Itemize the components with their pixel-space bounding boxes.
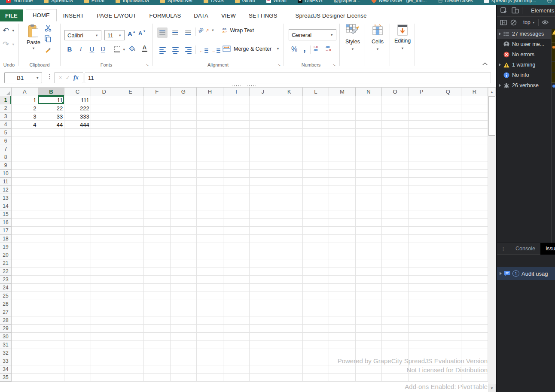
cell-I2[interactable] — [223, 104, 250, 112]
cell-N6[interactable] — [356, 137, 382, 145]
confirm-entry-icon[interactable]: ✓ — [66, 75, 70, 81]
cell-J29[interactable] — [250, 325, 276, 333]
cell-R22[interactable] — [461, 267, 488, 276]
scroll-down-button[interactable]: ▼ — [488, 384, 496, 392]
cell-I17[interactable] — [223, 227, 250, 235]
cell-M13[interactable] — [329, 194, 356, 202]
cell-G12[interactable] — [171, 186, 197, 194]
cell-E31[interactable] — [117, 341, 144, 349]
cell-M4[interactable] — [329, 121, 356, 129]
cell-D18[interactable] — [91, 235, 118, 243]
cell-N23[interactable] — [356, 276, 382, 284]
cell-G6[interactable] — [171, 137, 197, 145]
insert-function-icon[interactable]: fx — [73, 74, 79, 81]
column-header-Q[interactable]: Q — [435, 88, 462, 96]
cell-H32[interactable] — [197, 349, 223, 357]
cell-A3[interactable]: 3 — [12, 112, 38, 121]
cell-N31[interactable] — [356, 341, 382, 349]
cell-N24[interactable] — [356, 284, 382, 292]
cell-K33[interactable] — [276, 357, 303, 365]
cell-H27[interactable] — [197, 308, 223, 316]
cell-M8[interactable] — [329, 153, 356, 161]
bookmark-item[interactable]: @grapecit... — [334, 0, 360, 3]
cell-I28[interactable] — [223, 316, 250, 325]
increase-indent-button[interactable]: → — [210, 46, 221, 56]
cell-Q27[interactable] — [435, 308, 462, 316]
cell-Q29[interactable] — [435, 325, 462, 333]
cell-N19[interactable] — [356, 243, 382, 251]
cell-J32[interactable] — [250, 349, 276, 357]
cell-M31[interactable] — [329, 341, 356, 349]
cell-F23[interactable] — [144, 276, 171, 284]
cell-F31[interactable] — [144, 341, 171, 349]
cell-N35[interactable] — [356, 374, 382, 382]
cell-D15[interactable] — [91, 210, 118, 219]
cell-J19[interactable] — [250, 243, 276, 251]
align-top-button[interactable] — [157, 27, 168, 38]
cell-P32[interactable] — [409, 349, 435, 357]
cell-O7[interactable] — [382, 145, 409, 153]
cell-K2[interactable] — [276, 104, 303, 112]
cell-D35[interactable] — [91, 374, 118, 382]
cell-L35[interactable] — [303, 374, 329, 382]
bookmark-item[interactable]: SpreadJS — [44, 0, 73, 3]
row-header-23[interactable]: 23 — [0, 276, 12, 284]
cell-B14[interactable] — [38, 202, 65, 210]
cell-F32[interactable] — [144, 349, 171, 357]
cell-E8[interactable] — [117, 153, 144, 161]
cell-D20[interactable] — [91, 251, 118, 259]
cell-J6[interactable] — [250, 137, 276, 145]
cell-G32[interactable] — [171, 349, 197, 357]
format-painter-button[interactable] — [45, 46, 52, 53]
cell-K8[interactable] — [276, 153, 303, 161]
cell-N9[interactable] — [356, 161, 382, 170]
cell-L4[interactable] — [303, 121, 329, 129]
cell-N20[interactable] — [356, 251, 382, 259]
cell-O31[interactable] — [382, 341, 409, 349]
cell-P29[interactable] — [409, 325, 435, 333]
cell-J31[interactable] — [250, 341, 276, 349]
cell-O25[interactable] — [382, 292, 409, 300]
cell-A17[interactable] — [12, 227, 38, 235]
row-header-17[interactable]: 17 — [0, 227, 12, 235]
row-header-19[interactable]: 19 — [0, 243, 12, 251]
cell-J5[interactable] — [250, 129, 276, 137]
cell-F26[interactable] — [144, 300, 171, 308]
cell-I23[interactable] — [223, 276, 250, 284]
cell-H34[interactable] — [197, 365, 223, 374]
row-header-33[interactable]: 33 — [0, 357, 12, 365]
number-format-dropdown-arrow[interactable]: ▼ — [330, 33, 333, 37]
column-header-A[interactable]: A — [12, 88, 38, 96]
cell-C15[interactable] — [64, 210, 91, 219]
cell-I7[interactable] — [223, 145, 250, 153]
cell-N30[interactable] — [356, 333, 382, 341]
cell-C30[interactable] — [64, 333, 91, 341]
cell-D25[interactable] — [91, 292, 118, 300]
row-header-1[interactable]: 1 — [0, 96, 12, 104]
column-header-O[interactable]: O — [382, 88, 409, 96]
cell-N33[interactable] — [356, 357, 382, 365]
row-header-22[interactable]: 22 — [0, 267, 12, 276]
cell-C25[interactable] — [64, 292, 91, 300]
font-size-dropdown-arrow[interactable]: ▼ — [119, 33, 122, 37]
formula-input[interactable]: 11 — [85, 72, 491, 83]
cell-B33[interactable] — [38, 357, 65, 365]
cell-H19[interactable] — [197, 243, 223, 251]
cell-L10[interactable] — [303, 170, 329, 178]
cell-R35[interactable] — [461, 374, 488, 382]
borders-dropdown-arrow[interactable]: ▼ — [122, 48, 125, 52]
undo-dropdown-arrow[interactable]: ▼ — [12, 29, 15, 33]
align-right-button[interactable] — [183, 46, 193, 56]
cell-M33[interactable] — [329, 357, 356, 365]
cell-L8[interactable] — [303, 153, 329, 161]
cell-G24[interactable] — [171, 284, 197, 292]
column-header-R[interactable]: R — [461, 88, 488, 96]
cell-Q5[interactable] — [435, 129, 462, 137]
cell-A29[interactable] — [12, 325, 38, 333]
cell-P1[interactable] — [409, 96, 435, 104]
cell-A6[interactable] — [12, 137, 38, 145]
cell-R12[interactable] — [461, 186, 488, 194]
cell-D31[interactable] — [91, 341, 118, 349]
cell-B22[interactable] — [38, 267, 65, 276]
cell-D2[interactable] — [91, 104, 118, 112]
